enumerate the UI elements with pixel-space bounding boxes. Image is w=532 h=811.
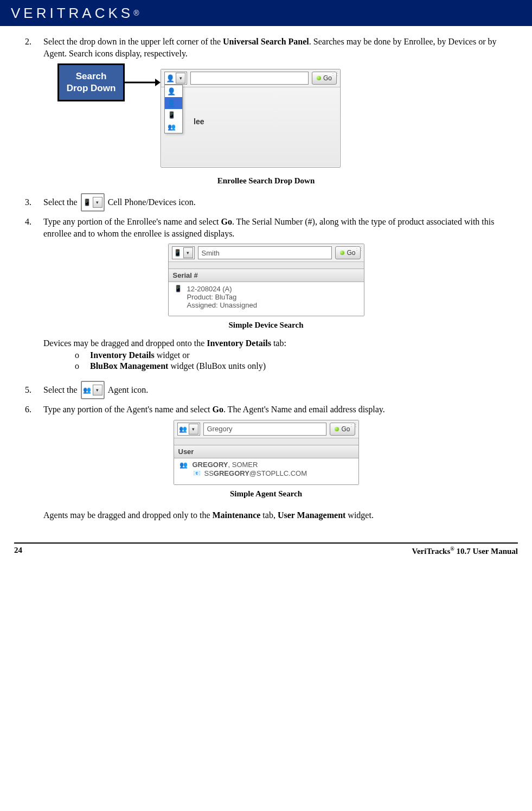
search-input[interactable]	[190, 72, 309, 85]
option-device[interactable]	[165, 109, 182, 121]
search-input[interactable]: Gregory	[203, 423, 327, 436]
device-icon	[167, 111, 176, 119]
brand-registered: ®	[133, 9, 139, 17]
search-type-dropdown[interactable]: ▾	[164, 72, 187, 85]
option-enrollee[interactable]	[165, 85, 182, 97]
caption-1: Enrollee Search Drop Down	[25, 176, 507, 186]
agent-icon	[167, 123, 176, 131]
manual-title: VeriTracks® 10.7 User Manual	[412, 546, 518, 556]
chevron-down-icon: ▾	[93, 197, 102, 208]
search-input[interactable]: Smith	[198, 246, 332, 259]
step-4-sublist: o Inventory Details widget or o BluBox M…	[75, 350, 507, 371]
chevron-down-icon: ▾	[93, 385, 102, 395]
enrollee-icon	[167, 99, 176, 107]
step-6-note: Agents may be dragged and dropped only t…	[43, 509, 507, 521]
result-row[interactable]: GREGORY, SOMER SSGREGORY@STOPLLC.COM	[174, 458, 358, 484]
step-5: 5. Select the ▾ Agent icon.	[25, 381, 507, 399]
search-type-options	[164, 85, 183, 133]
device-icon	[174, 248, 182, 257]
resize-grip-icon: ⋮⋮	[349, 422, 357, 427]
result-row[interactable]: 12-208024 (A) Product: BluTag Assigned: …	[169, 282, 364, 316]
step-6: 6. Type any portion of the Agent's name …	[25, 404, 507, 416]
resize-grip-icon: ⋮⋮	[330, 71, 339, 76]
agent-icon	[83, 386, 92, 394]
inline-device-dropdown: ▾	[81, 193, 105, 212]
search-type-dropdown[interactable]: ▾	[172, 246, 195, 259]
chevron-down-icon[interactable]: ▾	[183, 247, 193, 258]
caption-3: Simple Agent Search	[25, 489, 507, 499]
resize-grip-icon: ⋮⋮	[354, 245, 363, 251]
chevron-down-icon[interactable]: ▾	[189, 424, 198, 435]
go-dot-icon	[335, 427, 339, 431]
callout-search-dropdown: Search Drop Down	[57, 63, 125, 101]
go-dot-icon	[340, 251, 344, 255]
device-icon	[174, 284, 183, 293]
svg-marker-1	[155, 79, 161, 86]
page-footer: 24 VeriTracks® 10.7 User Manual	[14, 542, 518, 556]
figure-agent-search: ⋮⋮ ▾ Gregory Go User	[174, 420, 359, 485]
step-3: 3. Select the ▾ Cell Phone/Devices icon.	[25, 193, 507, 212]
brand-name: VERITRACKS	[11, 5, 133, 22]
figure-device-search: ⋮⋮ ▾ Smith Go Serial #	[168, 244, 364, 316]
agent-icon	[179, 425, 188, 433]
enrollee-icon	[166, 74, 175, 82]
device-icon	[83, 198, 92, 207]
agent-icon	[180, 461, 188, 469]
figure-enrollee-dropdown: ⋮⋮ ▾ Go	[161, 63, 339, 172]
brand-header: VERITRACKS®	[0, 0, 532, 26]
results-header: User	[174, 445, 358, 458]
chevron-down-icon[interactable]: ▾	[176, 73, 185, 84]
step-number: 2.	[25, 36, 43, 59]
step-4: 4. Type any portion of the Enrollee's na…	[25, 216, 507, 239]
results-header: Serial #	[169, 269, 364, 282]
caption-2: Simple Device Search	[25, 321, 507, 330]
arrow-icon	[125, 74, 161, 91]
option-enrollee-selected[interactable]	[165, 97, 182, 109]
inline-agent-dropdown: ▾	[81, 381, 105, 399]
step-2: 2. Select the drop down in the upper lef…	[25, 36, 507, 59]
option-agent[interactable]	[165, 121, 182, 133]
step-4-note: Devices may be dragged and dropped onto …	[43, 337, 507, 349]
partial-text: lee	[194, 117, 204, 126]
enrollee-icon	[167, 87, 176, 95]
email-icon	[193, 469, 201, 478]
go-dot-icon	[317, 76, 321, 80]
page-number: 24	[14, 546, 22, 556]
search-type-dropdown[interactable]: ▾	[177, 423, 200, 436]
